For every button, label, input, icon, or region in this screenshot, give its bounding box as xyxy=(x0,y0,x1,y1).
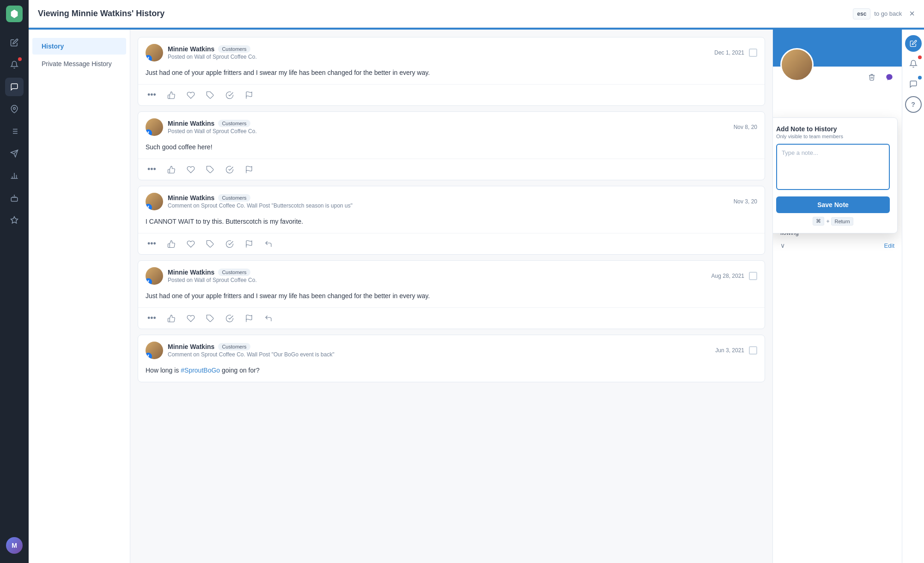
post-date: Nov 3, 20 xyxy=(734,198,757,205)
post-content: Just had one of your apple fritters and … xyxy=(138,289,765,307)
post-author: Minnie Watkins xyxy=(168,120,214,127)
check-button[interactable] xyxy=(224,238,236,250)
tag-button[interactable] xyxy=(204,164,216,176)
sidebar-icon-star[interactable] xyxy=(5,211,24,229)
sidebar-icon-list[interactable] xyxy=(5,122,24,141)
sidebar-icon-send[interactable] xyxy=(5,144,24,163)
post-date: Aug 28, 2021 xyxy=(711,273,744,279)
svg-point-0 xyxy=(13,107,16,110)
page-title: Viewing Minnie Watkins' History xyxy=(38,9,164,18)
main-wrapper: Viewing Minnie Watkins' History esc to g… xyxy=(29,0,924,563)
sidebar-icon-messages[interactable] xyxy=(5,78,24,96)
like-button[interactable] xyxy=(165,238,177,250)
save-note-button[interactable]: Save Note xyxy=(776,196,890,213)
chevron-down-icon[interactable]: ∨ xyxy=(780,242,785,249)
chat-icon[interactable] xyxy=(905,76,922,92)
popup-shortcut: ⌘ + Return xyxy=(776,217,890,226)
post-tag: Customers xyxy=(218,120,250,127)
more-button[interactable]: ••• xyxy=(146,237,158,251)
reply-button[interactable] xyxy=(262,312,274,324)
like-button[interactable] xyxy=(165,89,177,101)
like-button[interactable] xyxy=(165,312,177,324)
post-tag: Customers xyxy=(218,343,250,350)
flag-button[interactable] xyxy=(243,312,255,324)
post-actions: ••• xyxy=(138,307,765,329)
popup-title: Add Note to History xyxy=(776,125,890,133)
check-button[interactable] xyxy=(224,89,236,101)
post-meta: Minnie Watkins Customers Posted on Wall … xyxy=(168,45,257,60)
content-area: History Private Message History f Minnie… xyxy=(29,30,924,563)
post-checkbox[interactable] xyxy=(749,272,757,280)
user-avatar[interactable]: M xyxy=(6,537,23,554)
post-card: f Minnie Watkins Customers Posted on Wal… xyxy=(138,260,765,329)
post-avatar: f xyxy=(146,267,163,285)
post-source: Posted on Wall of Sprout Coffee Co. xyxy=(168,54,257,60)
post-actions: ••• xyxy=(138,159,765,180)
post-date: Jun 3, 2021 xyxy=(715,347,744,354)
post-checkbox[interactable] xyxy=(749,346,757,355)
like-button[interactable] xyxy=(165,164,177,176)
more-button[interactable]: ••• xyxy=(146,312,158,325)
heart-button[interactable] xyxy=(185,312,197,324)
tag-button[interactable] xyxy=(204,238,216,250)
help-icon[interactable]: ? xyxy=(905,96,922,113)
sidebar-icon-notifications[interactable] xyxy=(5,55,24,74)
notifications-icon[interactable] xyxy=(905,55,922,72)
check-button[interactable] xyxy=(224,312,236,324)
profile-icons xyxy=(865,70,896,84)
post-date: Dec 1, 2021 xyxy=(714,49,744,56)
note-textarea[interactable] xyxy=(776,144,890,190)
plus-label: + xyxy=(826,218,829,225)
check-button[interactable] xyxy=(224,164,236,176)
post-header-left: f Minnie Watkins Customers Comment on Sp… xyxy=(146,342,334,359)
app-logo[interactable] xyxy=(6,6,23,22)
svg-rect-13 xyxy=(11,197,18,201)
heart-button[interactable] xyxy=(185,89,197,101)
flag-button[interactable] xyxy=(243,164,255,176)
hashtag-sproutbogo[interactable]: #SproutBoGo xyxy=(181,367,220,374)
more-button[interactable]: ••• xyxy=(146,88,158,102)
post-meta: Minnie Watkins Customers Posted on Wall … xyxy=(168,269,257,283)
post-content: Such good coffee here! xyxy=(138,141,765,159)
sidebar-icon-compose[interactable] xyxy=(5,33,24,52)
post-card: f Minnie Watkins Customers Posted on Wal… xyxy=(138,37,765,106)
sidebar-icon-chart[interactable] xyxy=(5,166,24,185)
more-button[interactable]: ••• xyxy=(146,163,158,176)
reply-button[interactable] xyxy=(262,238,274,250)
tag-button[interactable] xyxy=(204,89,216,101)
edit-button[interactable]: Edit xyxy=(884,242,894,249)
post-source: Posted on Wall of Sprout Coffee Co. xyxy=(168,128,257,135)
post-author: Minnie Watkins xyxy=(168,343,214,350)
post-source: Comment on Sprout Coffee Co. Wall Post "… xyxy=(168,351,334,358)
facebook-icon: f xyxy=(146,353,152,359)
post-author: Minnie Watkins xyxy=(168,45,214,53)
post-content: I CANNOT WAIT to try this. Butterscotch … xyxy=(138,215,765,233)
flag-button[interactable] xyxy=(243,238,255,250)
messenger-icon[interactable] xyxy=(882,70,896,84)
post-checkbox[interactable] xyxy=(749,49,757,57)
post-avatar: f xyxy=(146,44,163,61)
left-nav: History Private Message History xyxy=(29,30,130,563)
post-header: f Minnie Watkins Customers Posted on Wal… xyxy=(138,112,765,141)
sidebar-icon-bot[interactable] xyxy=(5,189,24,207)
post-card: f Minnie Watkins Customers Comment on Sp… xyxy=(138,186,765,255)
post-header: f Minnie Watkins Customers Posted on Wal… xyxy=(138,261,765,289)
nav-item-private-message-history[interactable]: Private Message History xyxy=(32,55,126,72)
post-avatar: f xyxy=(146,342,163,359)
post-header: f Minnie Watkins Customers Comment on Sp… xyxy=(138,186,765,215)
close-button[interactable]: × xyxy=(909,8,915,19)
tag-button[interactable] xyxy=(204,312,216,324)
sidebar-icon-pin[interactable] xyxy=(5,100,24,118)
delete-icon[interactable] xyxy=(865,70,879,84)
compose-icon[interactable] xyxy=(905,35,922,52)
heart-button[interactable] xyxy=(185,238,197,250)
esc-key: esc xyxy=(853,8,870,19)
right-sidebar: ? xyxy=(902,30,924,563)
nav-item-history[interactable]: History xyxy=(32,38,126,55)
heart-button[interactable] xyxy=(185,164,197,176)
post-header: f Minnie Watkins Customers Comment on Sp… xyxy=(138,335,765,364)
post-meta: Minnie Watkins Customers Comment on Spro… xyxy=(168,343,334,358)
post-content: How long is #SproutBoGo going on for? xyxy=(138,364,765,382)
post-card: f Minnie Watkins Customers Comment on Sp… xyxy=(138,335,765,382)
flag-button[interactable] xyxy=(243,89,255,101)
